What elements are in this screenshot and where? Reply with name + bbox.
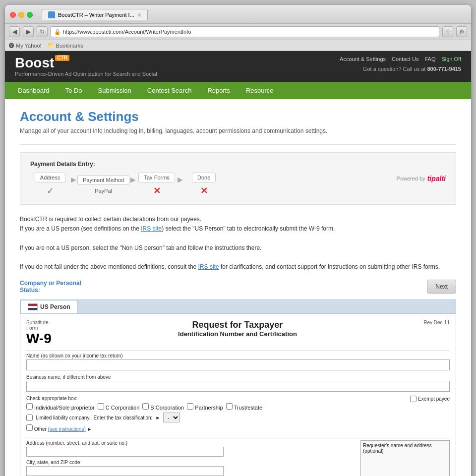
contact-us-link[interactable]: Contact Us [392, 56, 418, 62]
header-nav: Account & Settings Contact Us FAQ Sign O… [340, 56, 461, 64]
individual-checkbox[interactable] [26, 403, 33, 410]
star-button[interactable]: ☆ [442, 26, 453, 37]
step-address-check: ✓ [47, 185, 54, 196]
name-input[interactable] [26, 359, 450, 370]
c-corp-checkbox[interactable] [98, 403, 104, 410]
entity-checkboxes: Individual/Sole proprietor C Corporation… [26, 403, 405, 411]
instructions: BoostCTR is required to collect certain … [20, 215, 456, 272]
llc-checkbox[interactable] [26, 415, 33, 421]
nav-dashboard[interactable]: Dashboard [10, 82, 58, 99]
checkbox-c-corp[interactable]: C Corporation [98, 403, 140, 411]
active-tab[interactable]: BoostCTR – Writer Payment I... ✕ [42, 9, 148, 20]
traffic-lights[interactable] [10, 12, 33, 18]
w9-center: Request for Taxpayer Identification Numb… [52, 320, 423, 338]
tab-section: US Person SubstituteForm W-9 Request for… [20, 299, 456, 476]
boost-text: Boost [15, 56, 54, 70]
see-instructions-link[interactable]: (see instructions) [48, 426, 86, 432]
logo: Boost CTR [15, 56, 157, 70]
address-input[interactable] [26, 447, 224, 457]
irs-link-1[interactable]: IRS site [141, 225, 162, 232]
tab-favicon [48, 11, 55, 18]
step-tax-forms: Tax Forms ✕ [137, 173, 177, 196]
irs-link-2[interactable]: IRS site [198, 263, 219, 270]
forward-button[interactable]: ▶ [23, 26, 34, 37]
close-button[interactable] [10, 12, 16, 18]
bookmark-icon: 🅨 [9, 43, 14, 49]
w9-subtitle: Identification Number and Certification [57, 330, 418, 338]
us-flag-icon [28, 303, 38, 310]
arrow-1: ▶ [71, 176, 76, 183]
w9-divider-1 [26, 351, 450, 351]
lock-icon: 🔒 [54, 29, 61, 35]
address-field: Address (number, street, and apt. or sui… [26, 440, 356, 457]
other-arrow: ► [87, 426, 92, 432]
sign-off-link[interactable]: Sign Off [441, 56, 461, 62]
bookmarks-bar: 🅨 My Yahoo! 📁 Bookmarks [5, 40, 471, 51]
line2-prefix: If you are a US person (see definitions … [20, 225, 141, 232]
page-content: Boost CTR Performance-Driven Ad Optimiza… [5, 51, 471, 476]
nav-resource[interactable]: Resource [238, 82, 282, 99]
us-person-tab[interactable]: US Person [20, 300, 78, 313]
next-button[interactable]: Next [427, 280, 456, 294]
maximize-button[interactable] [27, 12, 33, 18]
step-address-label: Address [35, 173, 65, 182]
refresh-button[interactable]: ↻ [37, 26, 48, 37]
phone-line: Got a question? Call us at 800-771-9415 [340, 66, 461, 72]
arrow-symbol: ► [155, 415, 160, 420]
bookmark-yahoo[interactable]: 🅨 My Yahoo! [9, 42, 42, 49]
substitute-form-label: SubstituteForm [26, 320, 52, 331]
city-input[interactable] [26, 466, 224, 476]
phone-label: Got a question? Call us at [363, 66, 426, 72]
step-done: Done ✕ [184, 173, 224, 196]
instruction-line3: If you are not a US person, select the "… [20, 243, 456, 253]
step-tax-x: ✕ [153, 185, 161, 196]
checkbox-individual[interactable]: Individual/Sole proprietor [26, 403, 95, 411]
faq-link[interactable]: FAQ [424, 56, 435, 62]
llc-tax-label: Enter the tax classification: [93, 415, 152, 420]
nav-submission[interactable]: Submission [90, 82, 139, 99]
step-done-x: ✕ [200, 185, 208, 196]
page-body: Account & Settings Manage all of your ac… [5, 99, 471, 476]
back-button[interactable]: ◀ [9, 26, 20, 37]
powered-by-label: Powered by [397, 176, 425, 181]
step-tax-label: Tax Forms [138, 173, 175, 182]
other-checkbox[interactable] [26, 424, 33, 431]
instruction-line4: If you do not fall under the above menti… [20, 262, 456, 272]
ctr-badge: CTR [55, 55, 69, 61]
tab-title: BoostCTR – Writer Payment I... [58, 12, 134, 18]
address-section: Address (number, street, and apt. or sui… [26, 440, 450, 476]
nav-todo[interactable]: To Do [58, 82, 90, 99]
exempt-payee-label[interactable]: Exempt payee [410, 396, 450, 402]
requester-box: Requester's name and address (optional) [360, 440, 450, 476]
w9-divider-2 [26, 438, 450, 438]
llc-row: Limited liability company. Enter the tax… [26, 413, 405, 422]
account-settings-link[interactable]: Account & Settings [340, 56, 386, 62]
step-payment-value: PayPal [95, 188, 112, 194]
exempt-payee-checkbox[interactable] [410, 396, 416, 402]
checkbox-section: Check appropriate box: Individual/Sole p… [26, 396, 405, 436]
address-left: Address (number, street, and apt. or sui… [26, 440, 356, 476]
checkbox-partnership[interactable]: Partnership [187, 403, 223, 411]
other-label: Other [34, 426, 47, 432]
company-label-line1: Company or Personal [20, 280, 81, 287]
business-name-field-group: Business name, if different from above [26, 374, 450, 392]
checkbox-trust[interactable]: Trust/estate [226, 403, 263, 411]
steps-label: Payment Details Entry: [30, 161, 224, 168]
minimize-button[interactable] [18, 12, 24, 18]
step-address: Address ✓ [30, 173, 70, 196]
w9-header-row: SubstituteForm W-9 Request for Taxpayer … [26, 320, 450, 347]
business-name-input[interactable] [26, 381, 450, 392]
address-bar[interactable]: 🔒 https://www.boostctr.com/Account/Write… [51, 26, 439, 37]
partnership-checkbox[interactable] [187, 403, 193, 410]
nav-contest-search[interactable]: Contest Search [139, 82, 200, 99]
llc-label: Limited liability company. [36, 415, 90, 420]
checkbox-s-corp[interactable]: S Corporation [142, 403, 184, 411]
tab-close-icon[interactable]: ✕ [137, 12, 141, 18]
line4-prefix: If you do not fall under the above menti… [20, 263, 198, 270]
settings-button[interactable]: ⚙ [456, 26, 467, 37]
trust-checkbox[interactable] [226, 403, 233, 410]
s-corp-checkbox[interactable] [142, 403, 149, 410]
nav-reports[interactable]: Reports [199, 82, 238, 99]
llc-select[interactable]: - [163, 413, 180, 422]
bookmark-bookmarks[interactable]: 📁 Bookmarks [48, 42, 83, 49]
